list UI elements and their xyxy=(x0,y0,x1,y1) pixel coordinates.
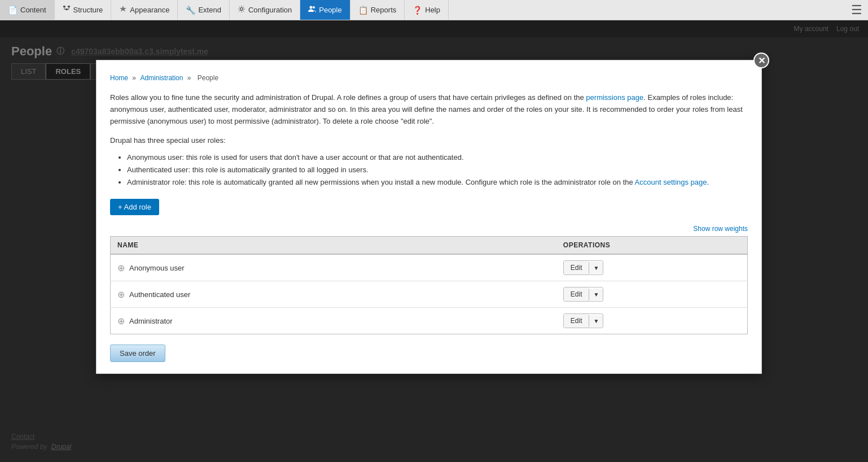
appearance-icon xyxy=(119,5,127,15)
roles-table: NAME OPERATIONS ⊕ Anonymous user xyxy=(110,236,748,334)
page-background: My account Log out People ⓘ c49703a83ebb… xyxy=(0,20,868,462)
role-authenticated-desc: Authenticated user: this role is automat… xyxy=(127,164,748,176)
drag-handle-administrator[interactable]: ⊕ xyxy=(117,316,125,326)
breadcrumb-home[interactable]: Home xyxy=(110,74,128,82)
svg-point-9 xyxy=(313,6,315,8)
table-row: ⊕ Anonymous user Edit ▼ xyxy=(111,254,748,281)
anonymous-user-cell: ⊕ Anonymous user xyxy=(111,254,556,281)
anonymous-ops-cell: Edit ▼ xyxy=(556,254,748,281)
authenticated-ops-cell: Edit ▼ xyxy=(556,281,748,308)
structure-icon xyxy=(63,5,71,15)
administrator-cell: ⊕ Administrator xyxy=(111,308,556,334)
administrator-ops-cell: Edit ▼ xyxy=(556,308,748,334)
nav-item-people[interactable]: People xyxy=(300,0,350,20)
breadcrumb-sep-1: » xyxy=(132,74,138,82)
admin-icon: ☰ xyxy=(851,3,862,18)
nav-item-help[interactable]: ❓ Help xyxy=(405,0,449,20)
nav-label-content: Content xyxy=(20,6,46,14)
svg-rect-0 xyxy=(63,6,65,7)
authenticated-user-name: Authenticated user xyxy=(129,290,190,299)
help-icon: ❓ xyxy=(413,6,422,15)
nav-label-appearance: Appearance xyxy=(130,6,169,14)
table-row: ⊕ Authenticated user Edit ▼ xyxy=(111,281,748,308)
drag-handle-authenticated[interactable]: ⊕ xyxy=(117,289,125,300)
svg-point-7 xyxy=(240,8,243,11)
nav-label-reports: Reports xyxy=(371,6,397,14)
roles-modal: ✕ Home » Administration » People Roles a… xyxy=(96,60,762,374)
account-settings-cont: . xyxy=(707,178,709,186)
people-icon xyxy=(308,5,316,15)
breadcrumb: Home » Administration » People xyxy=(110,74,748,82)
nav-item-configuration[interactable]: Configuration xyxy=(230,0,300,20)
administrator-name: Administrator xyxy=(129,317,173,325)
authenticated-edit-button[interactable]: Edit xyxy=(564,287,589,301)
nav-item-appearance[interactable]: Appearance xyxy=(111,0,178,20)
breadcrumb-sep-2: » xyxy=(187,74,193,82)
anonymous-edit-dropdown[interactable]: ▼ xyxy=(589,262,603,274)
description-text-1: Roles allow you to fine tune the securit… xyxy=(110,93,586,102)
description-paragraph-1: Roles allow you to fine tune the securit… xyxy=(110,92,748,127)
top-navigation: 📄 Content Structure Appearance 🔧 Extend xyxy=(0,0,868,20)
permissions-page-link[interactable]: permissions page xyxy=(586,93,643,102)
content-icon: 📄 xyxy=(8,6,17,15)
col-header-operations: OPERATIONS xyxy=(556,237,748,255)
authenticated-edit-dropdown[interactable]: ▼ xyxy=(589,289,603,300)
show-row-weights-link[interactable]: Show row weights xyxy=(693,225,748,233)
role-administrator-desc: Administrator role: this role is automat… xyxy=(127,176,748,189)
extend-icon: 🔧 xyxy=(186,6,195,15)
svg-point-8 xyxy=(310,6,313,9)
nav-label-structure: Structure xyxy=(73,6,103,14)
special-roles-intro: Drupal has three special user roles: xyxy=(110,135,748,147)
administrator-edit-dropdown[interactable]: ▼ xyxy=(589,315,603,327)
nav-item-extend[interactable]: 🔧 Extend xyxy=(178,0,229,20)
nav-label-people: People xyxy=(319,6,341,14)
administrator-edit-button[interactable]: Edit xyxy=(564,314,589,328)
breadcrumb-administration[interactable]: Administration xyxy=(140,74,183,82)
administrator-edit-group: Edit ▼ xyxy=(563,313,604,328)
drag-handle-anonymous[interactable]: ⊕ xyxy=(117,263,125,273)
save-order-button[interactable]: Save order xyxy=(110,345,165,362)
role-anonymous-desc: Anonymous user: this role is used for us… xyxy=(127,151,748,164)
nav-item-structure[interactable]: Structure xyxy=(55,0,112,20)
nav-label-help: Help xyxy=(425,6,440,14)
anonymous-edit-group: Edit ▼ xyxy=(563,260,604,275)
configuration-icon xyxy=(238,5,246,15)
nav-item-reports[interactable]: 📋 Reports xyxy=(350,0,405,20)
authenticated-edit-group: Edit ▼ xyxy=(563,287,604,302)
account-settings-link[interactable]: Account settings page xyxy=(635,178,707,186)
nav-item-content[interactable]: 📄 Content xyxy=(0,0,55,20)
breadcrumb-people: People xyxy=(198,74,218,82)
nav-label-configuration: Configuration xyxy=(248,6,292,14)
modal-close-button[interactable]: ✕ xyxy=(753,53,769,68)
col-header-name: NAME xyxy=(111,237,556,255)
svg-rect-1 xyxy=(68,6,70,7)
modal-content: Home » Administration » People Roles all… xyxy=(97,60,761,373)
roles-table-header: NAME OPERATIONS xyxy=(111,237,748,255)
roles-table-body: ⊕ Anonymous user Edit ▼ xyxy=(111,254,748,334)
role-admin-text: Administrator role: this role is automat… xyxy=(127,178,635,186)
anonymous-edit-button[interactable]: Edit xyxy=(564,261,589,274)
authenticated-user-cell: ⊕ Authenticated user xyxy=(111,281,556,308)
table-row: ⊕ Administrator Edit ▼ xyxy=(111,308,748,334)
reports-icon: 📋 xyxy=(358,6,368,15)
show-row-weights-container: Show row weights xyxy=(110,224,748,233)
anonymous-user-name: Anonymous user xyxy=(129,264,185,272)
add-role-button[interactable]: + Add role xyxy=(110,199,159,215)
special-roles-list: Anonymous user: this role is used for us… xyxy=(127,151,748,189)
nav-label-extend: Extend xyxy=(198,6,221,14)
